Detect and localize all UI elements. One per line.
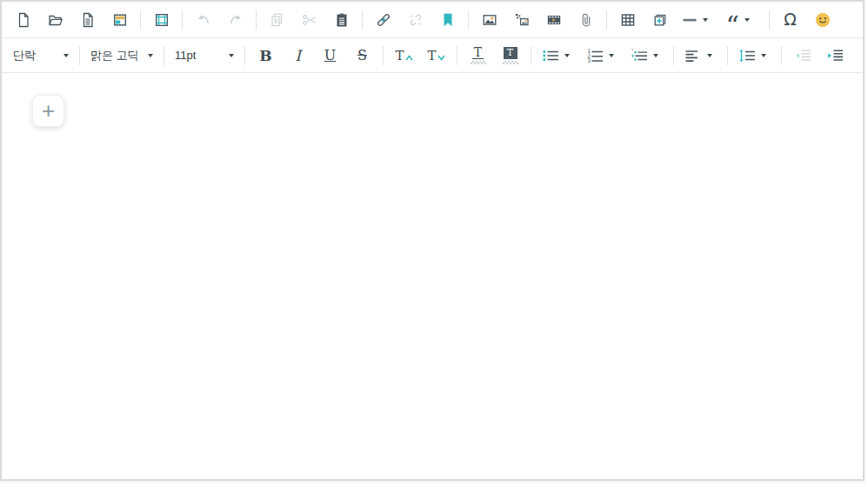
align-left-icon bbox=[684, 48, 702, 63]
superscript-icon: T bbox=[395, 50, 412, 62]
open-file-button[interactable] bbox=[42, 6, 70, 34]
insert-table-button[interactable] bbox=[614, 6, 642, 34]
add-content-button[interactable]: + bbox=[32, 95, 64, 127]
chevron-down-icon bbox=[744, 18, 750, 22]
page-template-button[interactable] bbox=[106, 6, 134, 34]
video-icon bbox=[546, 12, 562, 28]
bold-button[interactable]: B bbox=[252, 42, 280, 70]
underline-icon: U bbox=[324, 47, 336, 63]
strikethrough-icon: S bbox=[357, 47, 367, 63]
font-family-select[interactable]: 맑은 고딕 bbox=[84, 44, 159, 67]
separator bbox=[457, 46, 457, 65]
separator bbox=[79, 46, 80, 65]
chevron-down-icon bbox=[564, 54, 570, 57]
paperclip-icon bbox=[578, 12, 594, 28]
blockquote-button[interactable]: “ bbox=[723, 6, 763, 34]
redo-icon bbox=[228, 12, 244, 28]
plus-icon: + bbox=[42, 99, 55, 122]
copy-icon bbox=[270, 12, 285, 28]
separator bbox=[468, 10, 469, 30]
text-color-button[interactable]: T bbox=[464, 42, 492, 70]
underline-button[interactable]: U bbox=[317, 42, 344, 70]
redo-button bbox=[222, 6, 250, 34]
screen-capture-button[interactable] bbox=[508, 6, 536, 34]
chevron-down-icon bbox=[229, 54, 234, 57]
paragraph-select[interactable]: 단락 bbox=[7, 44, 75, 67]
subscript-button[interactable]: T bbox=[423, 42, 451, 70]
separator bbox=[182, 10, 183, 30]
special-character-button[interactable]: Ω bbox=[777, 6, 805, 34]
undo-icon bbox=[196, 12, 211, 28]
remove-link-button bbox=[402, 6, 430, 34]
editor-content-area[interactable]: + bbox=[2, 73, 863, 479]
paragraph-select-value: 단락 bbox=[13, 48, 36, 63]
bookmark-button[interactable] bbox=[434, 6, 462, 34]
svg-text:3: 3 bbox=[587, 57, 591, 63]
bookmark-icon bbox=[440, 12, 456, 28]
insert-layer-button[interactable] bbox=[646, 6, 674, 34]
chevron-down-icon bbox=[653, 54, 658, 57]
chevron-down-icon bbox=[63, 54, 69, 57]
italic-button[interactable]: I bbox=[284, 42, 312, 70]
new-document-button[interactable] bbox=[10, 6, 37, 34]
separator bbox=[244, 46, 245, 65]
paste-button[interactable] bbox=[328, 6, 356, 34]
chevron-down-icon bbox=[609, 54, 614, 57]
separator bbox=[673, 46, 674, 65]
insert-image-button[interactable] bbox=[476, 6, 504, 34]
text-color-icon: T bbox=[471, 47, 486, 64]
chevron-down-icon bbox=[707, 54, 712, 57]
italic-icon: I bbox=[295, 47, 301, 64]
omega-icon: Ω bbox=[784, 11, 797, 28]
chevron-down-icon bbox=[703, 18, 708, 22]
strikethrough-button[interactable]: S bbox=[349, 42, 377, 70]
subscript-icon: T bbox=[427, 50, 444, 62]
line-height-button[interactable] bbox=[735, 42, 775, 70]
bullet-list-icon bbox=[542, 48, 559, 63]
font-family-select-value: 맑은 고딕 bbox=[90, 48, 139, 63]
open-folder-icon bbox=[48, 12, 63, 28]
chevron-down-icon bbox=[148, 54, 153, 57]
horizontal-line-icon bbox=[682, 12, 698, 28]
outdent-button bbox=[789, 42, 817, 70]
blockquote-icon: “ bbox=[726, 13, 739, 30]
align-button[interactable] bbox=[681, 42, 721, 70]
unlink-icon bbox=[408, 12, 424, 28]
separator bbox=[362, 10, 363, 30]
attach-file-button[interactable] bbox=[572, 6, 600, 34]
separator bbox=[727, 46, 728, 65]
cut-button bbox=[296, 6, 324, 34]
font-size-select-value: 11pt bbox=[175, 49, 196, 62]
superscript-button[interactable]: T bbox=[391, 42, 418, 70]
page-template-icon bbox=[112, 12, 128, 28]
clipboard-icon bbox=[334, 12, 350, 28]
separator bbox=[164, 46, 164, 65]
document-icon bbox=[80, 12, 96, 28]
scissors-icon bbox=[302, 12, 317, 28]
undo-button bbox=[190, 6, 217, 34]
background-color-icon: T bbox=[503, 47, 518, 64]
background-color-button[interactable]: T bbox=[497, 42, 524, 70]
editing-area-frame-button[interactable] bbox=[148, 6, 176, 34]
multilevel-list-icon bbox=[631, 48, 648, 63]
separator bbox=[383, 46, 384, 65]
table-icon bbox=[620, 12, 636, 28]
separator bbox=[769, 10, 770, 30]
toolbar-row-1: “ Ω bbox=[2, 2, 863, 38]
horizontal-line-button[interactable] bbox=[678, 6, 718, 34]
indent-button[interactable] bbox=[821, 42, 849, 70]
multilevel-list-button[interactable] bbox=[627, 42, 667, 70]
insert-video-button[interactable] bbox=[540, 6, 568, 34]
document-button[interactable] bbox=[74, 6, 102, 34]
font-size-select[interactable]: 11pt bbox=[169, 44, 240, 67]
bullet-list-button[interactable] bbox=[538, 42, 578, 70]
add-layer-icon bbox=[652, 12, 668, 28]
smiley-icon bbox=[815, 12, 831, 28]
separator bbox=[606, 10, 607, 30]
numbered-list-button[interactable]: 123 bbox=[583, 42, 623, 70]
emoticon-button[interactable] bbox=[809, 6, 837, 34]
insert-link-button[interactable] bbox=[370, 6, 397, 34]
separator bbox=[256, 10, 257, 30]
separator bbox=[531, 46, 531, 65]
screen-capture-icon bbox=[514, 12, 530, 28]
